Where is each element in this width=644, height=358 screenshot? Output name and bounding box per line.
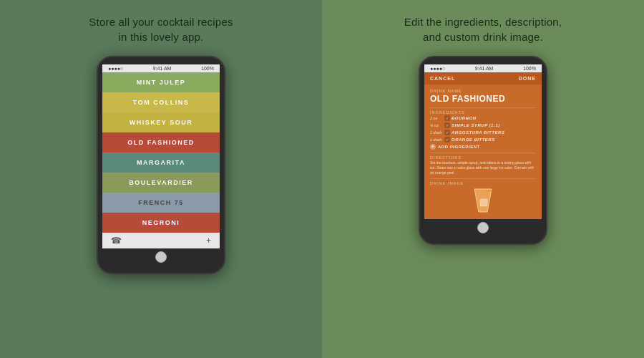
home-button[interactable]	[477, 222, 489, 233]
ing-name: SIMPLE SYRUP (1:1)	[452, 123, 500, 127]
list-item[interactable]: MARGARITA	[102, 153, 220, 173]
ing-name: ORANGE BITTERS	[452, 137, 495, 142]
left-screen: MINT JULEP TOM COLLINS WHISKEY SOUR OLD …	[102, 72, 220, 233]
ing-amount: ¼ oz	[430, 123, 444, 127]
list-item[interactable]: BOULEVARDIER	[102, 173, 220, 193]
directions-label: DIRECTIONS	[430, 155, 536, 160]
signal-icon: ●●●●○	[108, 66, 123, 71]
ing-amount: 1 dash	[430, 137, 444, 142]
divider	[430, 178, 536, 179]
cancel-button[interactable]: CANCEL	[430, 76, 455, 81]
cocktail-list: MINT JULEP TOM COLLINS WHISKEY SOUR OLD …	[102, 72, 220, 233]
right-screen: CANCEL DONE DRINK NAME OLD FASHIONED ING…	[424, 72, 542, 219]
edit-body: DRINK NAME OLD FASHIONED INGREDIENTS 2 o…	[424, 84, 542, 219]
ing-name: ANGOSTURA BITTERS	[452, 130, 504, 135]
drink-image-label: DRINK IMAGE	[430, 181, 536, 185]
left-phone: ●●●●○ 9:41 AM 100% MINT JULEP TOM COLLIN…	[97, 56, 225, 274]
list-item[interactable]: TOM COLLINS	[102, 92, 220, 112]
plus-icon: +	[430, 144, 436, 150]
ingredient-row: ¼ oz ✓ SIMPLE SYRUP (1:1)	[430, 122, 536, 128]
right-status-bar: ●●●●○ 9:41 AM 100%	[424, 64, 542, 72]
drink-name-value: OLD FASHIONED	[430, 94, 536, 104]
ing-unit[interactable]: ✓	[444, 122, 450, 128]
edit-navbar: CANCEL DONE	[424, 72, 542, 84]
time-display: 9:41 AM	[153, 66, 172, 71]
drink-image-section: DRINK IMAGE	[430, 181, 536, 215]
ing-amount: 2 oz	[430, 116, 444, 120]
left-status-bar: ●●●●○ 9:41 AM 100%	[102, 64, 220, 72]
phone-icon: ☎	[111, 236, 122, 246]
right-panel-title: Edit the ingredients, description, and c…	[404, 14, 562, 44]
list-item[interactable]: FRENCH 75	[102, 193, 220, 213]
ing-unit[interactable]: ✓	[444, 137, 450, 142]
bottom-bar: ☎ +	[102, 233, 220, 248]
directions-text: Stir the bourbon, simple syrup, and bitt…	[430, 160, 536, 175]
divider	[430, 153, 536, 153]
battery-display: 100%	[201, 66, 214, 71]
svg-rect-1	[480, 199, 487, 206]
divider	[430, 107, 536, 108]
ing-amount: 1 dash	[430, 130, 444, 135]
drink-name-label: DRINK NAME	[430, 89, 536, 93]
add-ingredient-button[interactable]: + ADD INGREDIENT	[430, 144, 536, 150]
ingredient-row: 2 oz ✓ BOURBON	[430, 115, 536, 121]
ingredients-section: INGREDIENTS 2 oz ✓ BOURBON ¼ oz ✓ SIMPLE…	[430, 110, 536, 150]
ing-name: BOURBON	[452, 116, 477, 120]
list-item[interactable]: NEGRONI	[102, 213, 220, 233]
ingredients-label: INGREDIENTS	[430, 110, 536, 115]
time-display: 9:41 AM	[475, 66, 494, 71]
battery-display: 100%	[523, 66, 536, 71]
add-icon[interactable]: +	[206, 236, 211, 246]
home-button[interactable]	[155, 251, 167, 263]
left-panel: Store all your cocktail recipes in this …	[0, 0, 322, 358]
directions-section: DIRECTIONS Stir the bourbon, simple syru…	[430, 155, 536, 175]
list-item[interactable]: MINT JULEP	[102, 72, 220, 92]
signal-icon: ●●●●○	[430, 66, 445, 71]
add-ingredient-label: ADD INGREDIENT	[438, 145, 480, 149]
done-button[interactable]: DONE	[519, 76, 536, 81]
right-phone: ●●●●○ 9:41 AM 100% CANCEL DONE DRINK NAM…	[419, 56, 547, 245]
ingredient-row: 1 dash ✓ ANGOSTURA BITTERS	[430, 130, 536, 135]
right-panel: Edit the ingredients, description, and c…	[322, 0, 644, 358]
left-panel-title: Store all your cocktail recipes in this …	[89, 14, 233, 44]
glass-icon	[470, 186, 496, 215]
ing-unit[interactable]: ✓	[444, 115, 450, 121]
drink-image-placeholder[interactable]	[469, 186, 497, 215]
list-item[interactable]: WHISKEY SOUR	[102, 112, 220, 132]
ing-unit[interactable]: ✓	[444, 130, 450, 135]
list-item[interactable]: OLD FASHIONED	[102, 132, 220, 153]
ingredient-row: 1 dash ✓ ORANGE BITTERS	[430, 137, 536, 142]
